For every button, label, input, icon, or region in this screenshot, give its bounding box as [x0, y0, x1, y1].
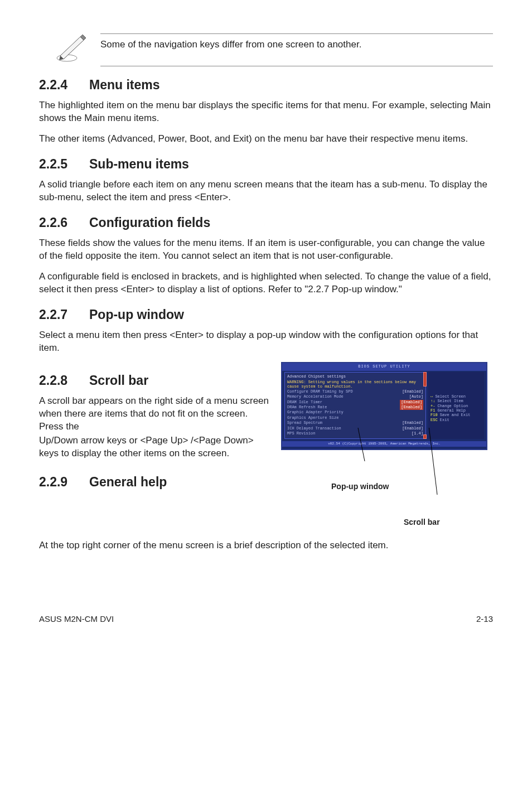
- footer-right: 2-13: [476, 613, 493, 625]
- secnum: 2.2.6: [39, 214, 89, 231]
- para: A configurable field is enclosed in brac…: [39, 270, 493, 296]
- para: Select a menu item then press <Enter> to…: [39, 329, 493, 355]
- bios-panel-header: Advanced Chipset settings: [287, 374, 423, 379]
- footer-left: ASUS M2N-CM DVI: [39, 613, 114, 625]
- bios-setting-row: Graphics Aperture Size: [287, 416, 423, 421]
- note-text-wrap: Some of the navigation keys differ from …: [100, 33, 493, 66]
- pencil-icon: [56, 33, 89, 64]
- bios-setting-row: Graphic Adapter Priority: [287, 410, 423, 415]
- two-column-block: 2.2.8Scroll bar A scroll bar appears on …: [39, 362, 493, 533]
- bios-help-row: ↑↓ Select Item: [431, 399, 482, 403]
- secnum: 2.2.7: [39, 306, 89, 323]
- sectitle: Menu items: [89, 78, 160, 92]
- secnum: 2.2.5: [39, 156, 89, 173]
- left-column: 2.2.8Scroll bar A scroll bar appears on …: [39, 362, 272, 495]
- sectitle: Scroll bar: [89, 373, 148, 388]
- bios-help-row: ESC Exit: [431, 418, 482, 422]
- right-column: BIOS SETUP UTILITY Advanced Chipset sett…: [281, 362, 493, 533]
- sectitle: Sub-menu items: [89, 157, 189, 171]
- page-footer: ASUS M2N-CM DVI 2-13: [39, 613, 493, 625]
- bios-setting-row: DRAm Refresh Rate[Enabled]: [287, 405, 423, 410]
- para: The other items (Advanced, Power, Boot, …: [39, 133, 493, 146]
- para: Up/Down arrow keys or <Page Up> /<Page D…: [39, 434, 272, 460]
- heading-2-2-5: 2.2.5Sub-menu items: [39, 156, 493, 173]
- para: A scroll bar appears on the right side o…: [39, 395, 272, 433]
- heading-2-2-9: 2.2.9General help: [39, 474, 272, 491]
- bios-titlebar: BIOS SETUP UTILITY: [282, 363, 486, 370]
- bios-help-row: +- Change Option: [431, 404, 482, 408]
- popup-label: Pop-up window: [331, 481, 389, 492]
- heading-2-2-7: 2.2.7Pop-up window: [39, 306, 493, 323]
- bios-setting-row: DRAM Idle Timer[Enabled]: [287, 400, 423, 405]
- heading-2-2-4: 2.2.4Menu items: [39, 76, 493, 94]
- bios-help-row: F1 General Help: [431, 408, 482, 413]
- para: These fields show the values for the men…: [39, 237, 493, 263]
- para: A solid triangle before each item on any…: [39, 178, 493, 204]
- bios-setting-row: Configure DRAM Timing by SPD[Enabled]: [287, 389, 423, 394]
- para: At the top right corner of the menu scre…: [39, 539, 493, 552]
- heading-2-2-6: 2.2.6Configuration fields: [39, 214, 493, 231]
- secnum: 2.2.9: [39, 474, 89, 491]
- bios-help-row: F10 Save and Exit: [431, 413, 482, 417]
- svg-line-1: [357, 428, 365, 461]
- sectitle: General help: [89, 475, 167, 489]
- scrollbar-handle: [423, 372, 427, 386]
- bios-help-row: ↔ Select Screen: [431, 394, 482, 399]
- svg-line-2: [427, 428, 437, 495]
- secnum: 2.2.8: [39, 372, 89, 389]
- sectitle: Configuration fields: [89, 215, 210, 230]
- bios-warning: WARNING: Setting wrong values in the sec…: [287, 380, 423, 389]
- bios-setting-row: Memory Acceleration Mode[Auto]: [287, 394, 423, 399]
- para: The highlighted item on the menu bar dis…: [39, 99, 493, 125]
- bios-setting-row: Spread Spectrum[Enabled]: [287, 421, 423, 426]
- note-text: Some of the navigation keys differ from …: [100, 39, 361, 50]
- heading-2-2-8: 2.2.8Scroll bar: [39, 372, 272, 389]
- sectitle: Pop-up window: [89, 307, 184, 322]
- note-block: Some of the navigation keys differ from …: [56, 33, 493, 66]
- callouts: Pop-up window Scroll bar: [281, 450, 493, 534]
- secnum: 2.2.4: [39, 76, 89, 94]
- scrollbar-label: Scroll bar: [404, 517, 440, 528]
